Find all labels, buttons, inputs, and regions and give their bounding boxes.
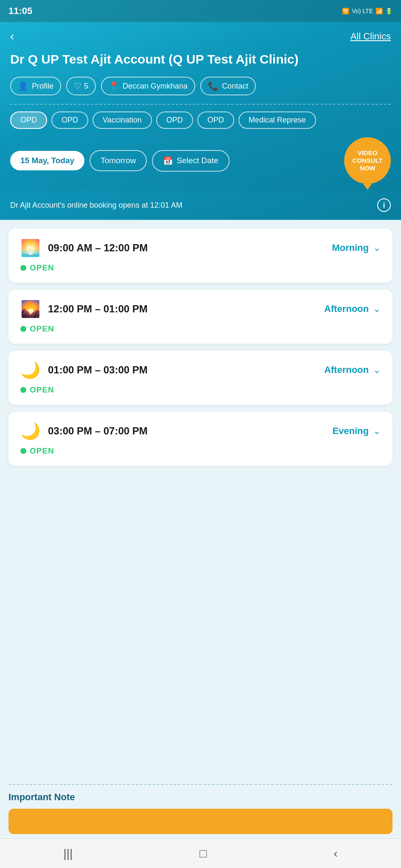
- slot-left-evening: 🌙 03:00 PM – 07:00 PM: [20, 422, 148, 440]
- evening-open-dot: [20, 448, 26, 454]
- header-top: ‹ All Clinics: [10, 30, 391, 43]
- afternoon2-label: Afternoon: [324, 364, 369, 376]
- opd-tab-1[interactable]: OPD: [10, 111, 47, 129]
- date-pills-group: 15 May, Today Tomorrow 📅 Select Date: [10, 150, 340, 172]
- pills-divider: [10, 104, 391, 105]
- slot-right-morning: Morning ⌄: [332, 242, 381, 253]
- evening-time: 03:00 PM – 07:00 PM: [48, 425, 148, 437]
- status-icons: 🛜 Vo) LTE 📶 🔋: [342, 8, 393, 14]
- signal-bars-icon: 📶: [376, 8, 383, 14]
- important-divider: [8, 784, 393, 785]
- video-consult-text: VIDEOCONSULTNOW: [352, 149, 382, 172]
- afternoon1-status: OPEN: [20, 324, 381, 334]
- main-content: 🌅 09:00 AM – 12:00 PM Morning ⌄ OPEN 🌄 1…: [0, 220, 401, 776]
- afternoon1-chevron-icon: ⌄: [373, 303, 381, 314]
- battery-icon: 🔋: [385, 8, 393, 14]
- status-bar: 11:05 🛜 Vo) LTE 📶 🔋: [0, 0, 401, 22]
- slot-header-morning: 🌅 09:00 AM – 12:00 PM Morning ⌄: [20, 239, 381, 257]
- opd-tab-2[interactable]: OPD: [51, 111, 88, 129]
- important-note-bar: [8, 809, 393, 834]
- morning-open-text: OPEN: [30, 263, 54, 273]
- time-slot-card-evening[interactable]: 🌙 03:00 PM – 07:00 PM Evening ⌄ OPEN: [8, 412, 393, 466]
- afternoon2-time: 01:00 PM – 03:00 PM: [48, 364, 148, 376]
- wifi-icon: 🛜: [342, 8, 349, 14]
- slot-right-evening: Evening ⌄: [332, 426, 381, 437]
- contact-pill[interactable]: 📞 Contact: [200, 77, 256, 95]
- location-pill[interactable]: 📍 Deccan Gymkhana: [101, 77, 195, 95]
- afternoon1-label: Afternoon: [324, 303, 369, 314]
- video-consult-button[interactable]: VIDEOCONSULTNOW: [344, 137, 391, 184]
- evening-icon: 🌙: [20, 422, 40, 440]
- evening-chevron-icon: ⌄: [373, 426, 381, 437]
- header-area: ‹ All Clinics Dr Q UP Test Ajit Account …: [0, 22, 401, 191]
- likes-pill[interactable]: ♡ 5: [66, 77, 96, 95]
- profile-pill[interactable]: 👤 Profile: [10, 77, 61, 95]
- important-section: Important Note: [0, 776, 401, 838]
- morning-chevron-icon: ⌄: [373, 242, 381, 253]
- afternoon2-icon: 🌙: [20, 361, 40, 379]
- bottom-nav: ||| □ ‹: [0, 838, 401, 868]
- morning-open-dot: [20, 265, 26, 271]
- signal-text: Vo) LTE: [352, 8, 373, 14]
- phone-icon: 📞: [208, 81, 219, 91]
- slot-right-afternoon1: Afternoon ⌄: [324, 303, 381, 314]
- afternoon2-chevron-icon: ⌄: [373, 364, 381, 376]
- contact-label: Contact: [222, 82, 248, 91]
- slot-left-afternoon1: 🌄 12:00 PM – 01:00 PM: [20, 300, 148, 318]
- afternoon1-open-text: OPEN: [30, 324, 54, 334]
- important-note-title: Important Note: [8, 792, 393, 803]
- select-date-label: Select Date: [177, 156, 218, 165]
- slot-header-afternoon1: 🌄 12:00 PM – 01:00 PM Afternoon ⌄: [20, 300, 381, 318]
- vaccination-tab[interactable]: Vaccination: [93, 111, 152, 129]
- morning-time: 09:00 AM – 12:00 PM: [48, 242, 148, 254]
- afternoon1-open-dot: [20, 326, 26, 332]
- select-date-button[interactable]: 📅 Select Date: [152, 150, 229, 172]
- likes-count: 5: [84, 82, 88, 91]
- calendar-icon: 📅: [163, 156, 173, 166]
- home-button[interactable]: □: [191, 843, 215, 865]
- opd-tab-4[interactable]: OPD: [197, 111, 234, 129]
- profile-icon: 👤: [18, 81, 28, 91]
- all-clinics-link[interactable]: All Clinics: [351, 31, 391, 42]
- afternoon2-status: OPEN: [20, 385, 381, 395]
- afternoon2-open-text: OPEN: [30, 385, 54, 395]
- booking-info-text: Dr Ajit Account's online booking opens a…: [10, 201, 377, 210]
- evening-status: OPEN: [20, 446, 381, 456]
- evening-open-text: OPEN: [30, 446, 54, 456]
- afternoon1-icon: 🌄: [20, 300, 40, 318]
- slot-right-afternoon2: Afternoon ⌄: [324, 364, 381, 376]
- profile-label: Profile: [32, 82, 53, 91]
- slot-header-evening: 🌙 03:00 PM – 07:00 PM Evening ⌄: [20, 422, 381, 440]
- status-time: 11:05: [8, 6, 32, 17]
- doctor-name: Dr Q UP Test Ajit Account (Q UP Test Aji…: [10, 51, 391, 67]
- today-date-button[interactable]: 15 May, Today: [10, 151, 84, 170]
- time-slot-card-afternoon2[interactable]: 🌙 01:00 PM – 03:00 PM Afternoon ⌄ OPEN: [8, 351, 393, 405]
- tomorrow-date-button[interactable]: Tomorrow: [90, 150, 147, 171]
- slot-header-afternoon2: 🌙 01:00 PM – 03:00 PM Afternoon ⌄: [20, 361, 381, 379]
- afternoon2-open-dot: [20, 387, 26, 393]
- back-nav-button[interactable]: ‹: [325, 843, 346, 865]
- time-slot-card-morning[interactable]: 🌅 09:00 AM – 12:00 PM Morning ⌄ OPEN: [8, 228, 393, 283]
- pills-row: 👤 Profile ♡ 5 📍 Deccan Gymkhana 📞 Contac…: [10, 77, 391, 95]
- morning-label: Morning: [332, 242, 369, 253]
- info-button[interactable]: i: [377, 198, 391, 212]
- afternoon1-time: 12:00 PM – 01:00 PM: [48, 303, 148, 315]
- medical-tab[interactable]: Medical Represe: [238, 111, 316, 129]
- heart-icon: ♡: [74, 81, 81, 91]
- time-slot-card-afternoon1[interactable]: 🌄 12:00 PM – 01:00 PM Afternoon ⌄ OPEN: [8, 289, 393, 344]
- opd-tabs: OPD OPD Vaccination OPD OPD Medical Repr…: [10, 111, 391, 129]
- location-label: Deccan Gymkhana: [123, 82, 188, 91]
- slot-left-afternoon2: 🌙 01:00 PM – 03:00 PM: [20, 361, 148, 379]
- morning-icon: 🌅: [20, 239, 40, 257]
- opd-tab-3[interactable]: OPD: [156, 111, 193, 129]
- evening-label: Evening: [332, 426, 369, 437]
- slot-left-morning: 🌅 09:00 AM – 12:00 PM: [20, 239, 148, 257]
- booking-info-bar: Dr Ajit Account's online booking opens a…: [0, 191, 401, 220]
- morning-status: OPEN: [20, 263, 381, 273]
- date-video-row: 15 May, Today Tomorrow 📅 Select Date VID…: [10, 137, 391, 184]
- back-button[interactable]: ‹: [10, 30, 14, 43]
- recent-apps-button[interactable]: |||: [55, 843, 81, 865]
- location-icon: 📍: [109, 81, 119, 91]
- app-wrapper: 11:05 🛜 Vo) LTE 📶 🔋 ‹ All Clinics Dr Q U…: [0, 0, 401, 868]
